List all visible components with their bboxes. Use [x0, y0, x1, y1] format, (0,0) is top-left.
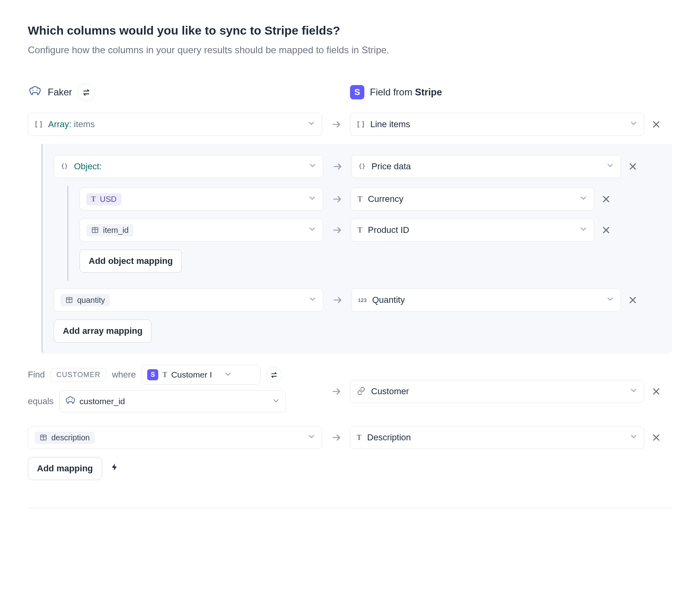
array-nested-container: Object: Price data TUSD T Currency	[41, 144, 672, 354]
chevron-down-icon	[272, 397, 280, 407]
field-dest-select[interactable]: T Currency	[351, 188, 594, 211]
chevron-down-icon	[307, 119, 315, 130]
array-source-select[interactable]: Array: items	[28, 113, 322, 136]
table-icon	[65, 296, 73, 304]
field-source-select[interactable]: description	[28, 426, 322, 449]
chevron-down-icon	[579, 225, 587, 235]
array-dest-select[interactable]: Line items	[350, 113, 644, 136]
postgres-icon	[28, 85, 42, 99]
field-source-select[interactable]: TUSD	[80, 188, 323, 211]
remove-mapping-button[interactable]	[621, 296, 645, 304]
stripe-icon: S	[147, 369, 158, 380]
arrow-right-icon	[323, 295, 351, 305]
chevron-down-icon	[309, 161, 317, 172]
arrow-right-icon	[323, 161, 351, 172]
source-column-header: Faker	[28, 83, 322, 101]
braces-icon	[60, 163, 68, 170]
swap-source-button[interactable]	[78, 83, 95, 101]
chevron-down-icon	[630, 432, 638, 443]
remove-mapping-button[interactable]	[594, 195, 618, 203]
chevron-down-icon	[606, 161, 614, 172]
add-object-mapping-button[interactable]: Add object mapping	[80, 250, 182, 273]
add-mapping-button[interactable]: Add mapping	[28, 457, 102, 480]
field-dest-select[interactable]: 123 Quantity	[351, 289, 621, 312]
remove-mapping-button[interactable]	[594, 226, 618, 234]
braces-icon	[358, 163, 366, 170]
chevron-down-icon	[630, 386, 638, 397]
field-source-select[interactable]: item_id	[80, 219, 323, 242]
remove-mapping-button[interactable]	[644, 433, 668, 442]
field-source-select[interactable]: quantity	[54, 289, 323, 312]
chevron-down-icon	[630, 119, 638, 130]
brackets-icon	[357, 120, 365, 128]
table-icon	[91, 226, 99, 234]
find-label: Find	[28, 370, 45, 380]
object-nested-container: TUSD T Currency item_id T Product ID	[67, 186, 672, 281]
object-dest-select[interactable]: Price data	[351, 155, 621, 178]
chevron-down-icon	[308, 225, 316, 235]
customer-dest-select[interactable]: Customer	[350, 380, 644, 403]
divider	[28, 508, 672, 508]
brackets-icon	[35, 120, 43, 128]
chevron-down-icon	[579, 194, 587, 204]
dest-name: Field from Stripe	[370, 87, 442, 98]
postgres-icon	[65, 396, 76, 407]
customer-equals-select[interactable]: customer_id	[59, 390, 286, 413]
chevron-down-icon	[307, 432, 315, 443]
swap-customer-button[interactable]	[266, 367, 282, 383]
arrow-right-icon	[322, 386, 350, 397]
page-subtitle: Configure how the columns in your query …	[28, 45, 672, 56]
chevron-down-icon	[309, 295, 317, 305]
customer-tag: CUSTOMER	[51, 368, 107, 382]
arrow-right-icon	[323, 194, 351, 204]
remove-mapping-button[interactable]	[644, 120, 668, 129]
object-source-select[interactable]: Object:	[54, 155, 323, 178]
equals-label: equals	[28, 396, 54, 407]
where-label: where	[112, 370, 136, 380]
field-dest-select[interactable]: T Description	[350, 426, 644, 449]
chevron-down-icon	[606, 295, 614, 305]
source-name: Faker	[48, 87, 72, 98]
dest-column-header: S Field from Stripe	[350, 85, 442, 99]
field-dest-select[interactable]: T Product ID	[351, 219, 594, 242]
stripe-icon: S	[350, 85, 364, 99]
add-array-mapping-button[interactable]: Add array mapping	[54, 320, 152, 343]
chevron-down-icon	[224, 370, 232, 380]
arrow-right-icon	[322, 119, 350, 130]
bolt-icon[interactable]	[110, 463, 119, 474]
remove-mapping-button[interactable]	[644, 387, 668, 396]
customer-where-select[interactable]: S T Customer I	[141, 365, 261, 385]
remove-mapping-button[interactable]	[621, 162, 645, 171]
table-icon	[39, 434, 47, 442]
page-title: Which columns would you like to sync to …	[28, 24, 672, 37]
arrow-right-icon	[322, 432, 350, 443]
chevron-down-icon	[308, 194, 316, 204]
link-icon	[357, 387, 366, 396]
arrow-right-icon	[323, 225, 351, 235]
